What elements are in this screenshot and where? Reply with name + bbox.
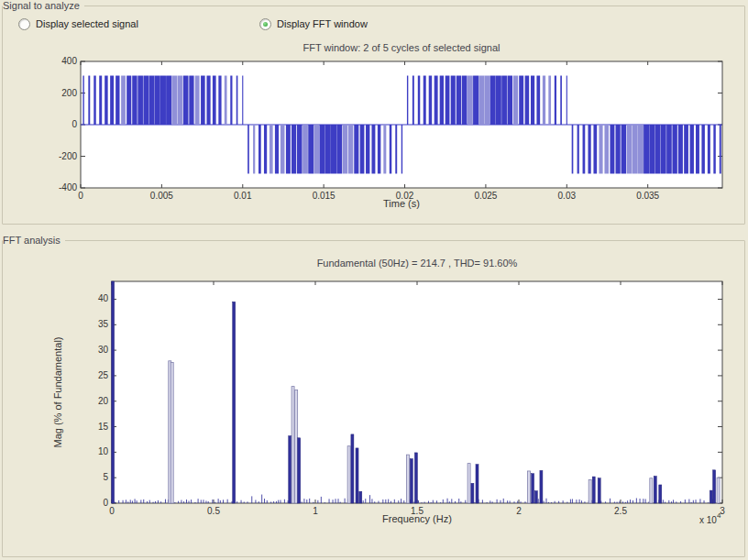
display-selected-signal-label: Display selected signal [36,18,138,29]
svg-text:0: 0 [72,119,77,129]
fft-window-plot-title: FFT window: 2 of 5 cycles of selected si… [302,42,500,53]
x-axis-exponent: x 104 [699,511,721,525]
svg-text:0.5: 0.5 [207,506,220,516]
display-fft-window-radio[interactable] [259,18,271,30]
display-fft-window-option[interactable]: Display FFT window [259,17,368,30]
svg-text:2: 2 [516,506,522,516]
svg-text:-400: -400 [59,182,77,192]
svg-text:0.015: 0.015 [313,191,336,201]
svg-text:0: 0 [103,498,108,508]
svg-text:40: 40 [98,293,109,303]
svg-text:2.5: 2.5 [614,506,627,516]
svg-text:0.01: 0.01 [234,191,252,201]
svg-text:0: 0 [109,506,115,516]
powergui-fft-tool-window: { "window": {"background": "#ece9d8"}, "… [0,0,748,560]
display-fft-window-label: Display FFT window [277,18,368,29]
radio-dot-icon [263,22,268,27]
svg-text:200: 200 [61,88,77,98]
svg-text:30: 30 [98,345,109,355]
fft-spectrum-xlabel: Frequency (Hz) [382,513,452,524]
svg-text:-200: -200 [59,151,77,161]
svg-text:400: 400 [61,56,77,66]
fft-spectrum-ylabel: Mag (% of Fundamental) [52,336,63,447]
fft-window-plot: FFT window: 2 of 5 cycles of selected si… [0,31,748,214]
svg-text:0.03: 0.03 [558,191,577,201]
svg-text:15: 15 [98,422,109,432]
fft-spectrum-plot: Fundamental (50Hz) = 214.7 , THD= 91.60%… [0,244,748,537]
fft-spectrum-title: Fundamental (50Hz) = 214.7 , THD= 91.60% [317,258,518,269]
svg-text:5: 5 [103,472,108,482]
fft-window-plot-xlabel: Time (s) [383,198,420,209]
display-selected-signal-radio[interactable] [18,18,30,30]
svg-text:35: 35 [98,319,109,329]
svg-text:0.005: 0.005 [150,191,173,201]
svg-text:0.035: 0.035 [636,191,659,201]
svg-text:0.025: 0.025 [474,191,497,201]
svg-text:1: 1 [313,506,318,516]
svg-text:25: 25 [98,370,109,380]
svg-text:0: 0 [78,191,83,201]
display-selected-signal-option[interactable]: Display selected signal [18,17,138,30]
svg-text:10: 10 [98,446,109,456]
signal-to-analyze-label: Signal to analyze [3,0,84,11]
svg-text:20: 20 [98,396,109,406]
